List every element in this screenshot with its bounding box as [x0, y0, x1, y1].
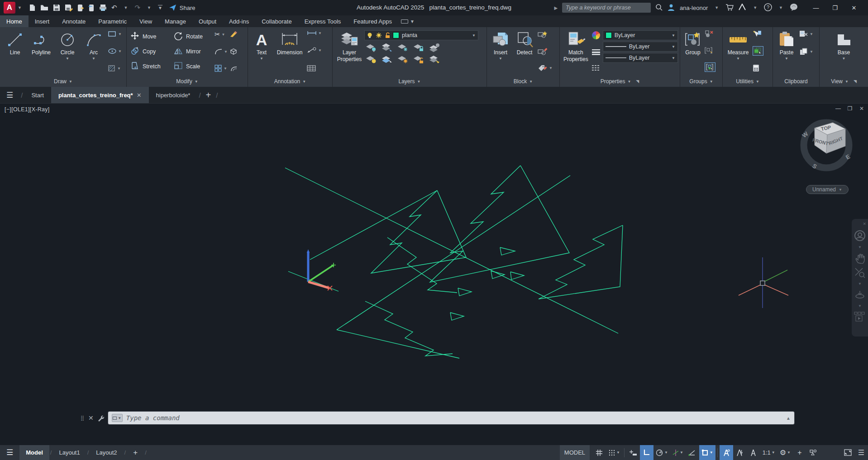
cart-icon[interactable] — [725, 4, 734, 12]
recent-commands-icon[interactable]: ▼ — [112, 414, 123, 422]
object-color-dropdown[interactable]: ByLayer ▼ — [603, 30, 678, 40]
model-space-toggle[interactable]: MODEL — [560, 445, 590, 460]
doc-restore-button[interactable]: ❐ — [846, 105, 854, 112]
tab-add-ins[interactable]: Add-ins — [223, 15, 255, 27]
layout-menu-icon[interactable]: ☰ — [0, 448, 19, 457]
redo-icon[interactable]: ↷ — [134, 4, 140, 12]
linetype-dropdown[interactable]: ByLayer ▼ — [603, 53, 678, 63]
copy-clip-button[interactable]: ▼ — [799, 48, 813, 55]
viewcube[interactable]: W S E TOP FRONT RIGHT Unnamed▼ — [796, 116, 858, 194]
command-customize-wrench-icon[interactable] — [97, 414, 105, 422]
customization-menu-icon[interactable]: ☰ — [854, 445, 868, 460]
file-tab-hiperboloide[interactable]: hiperboloide* — [149, 87, 198, 103]
stretch-button[interactable]: Stretch — [130, 62, 170, 71]
tab-express-tools[interactable]: Express Tools — [298, 15, 348, 27]
modify-panel-label[interactable]: Modify▼ — [127, 76, 248, 87]
insert-button[interactable]: Insert ▼ — [489, 28, 512, 61]
new-drawing-tab-button[interactable]: + — [202, 90, 215, 100]
linetype-icon[interactable] — [591, 65, 601, 71]
create-block-button[interactable] — [538, 30, 553, 38]
drawing-geometry[interactable] — [0, 104, 868, 446]
layer-dropdown[interactable]: planta ▼ — [364, 30, 478, 40]
layout1-tab[interactable]: Layout1 — [52, 445, 86, 460]
navigation-bar[interactable]: ✕ ▼ ▼ ▼ — [852, 219, 868, 337]
share-button[interactable]: Share — [169, 4, 196, 11]
open-from-mobile-icon[interactable] — [77, 4, 84, 12]
plot-icon[interactable] — [99, 4, 107, 11]
leader-button[interactable]: ▼ — [307, 47, 322, 53]
undo-caret-icon[interactable]: ▼ — [122, 5, 130, 10]
layer-lock-button[interactable] — [413, 43, 424, 52]
orbit-icon[interactable] — [854, 289, 865, 300]
doc-minimize-button[interactable]: — — [835, 105, 842, 112]
copy-button[interactable]: Copy — [130, 47, 170, 57]
arc-button[interactable]: Arc ▼ — [81, 28, 107, 61]
command-line-bar[interactable]: ⣿ ✕ ▼ Type a command ▲ — [81, 411, 794, 425]
groups-panel-label[interactable]: Groups▼ — [680, 76, 722, 87]
tab-view[interactable]: View — [133, 15, 158, 27]
layer-freeze-button[interactable] — [397, 43, 409, 52]
undo-icon[interactable]: ↶ — [111, 4, 117, 12]
autoscale-toggle[interactable] — [733, 445, 747, 460]
group-edit-button[interactable] — [705, 47, 715, 54]
tab-manage[interactable]: Manage — [158, 15, 192, 27]
lineweight-icon[interactable] — [591, 49, 601, 55]
line-button[interactable]: Line — [2, 28, 28, 56]
layer-match-button[interactable] — [429, 43, 440, 52]
save-as-icon[interactable] — [65, 4, 73, 11]
ungroup-button[interactable] — [705, 30, 715, 38]
layer-unisolate-button[interactable] — [381, 43, 393, 52]
base-button[interactable]: Base ▼ — [831, 28, 857, 61]
array-button[interactable]: ▼ — [215, 65, 228, 72]
table-button[interactable] — [307, 65, 322, 72]
layer-thaw-all-button[interactable] — [397, 55, 409, 64]
autodesk-logo-icon[interactable] — [738, 4, 746, 12]
show-motion-icon[interactable] — [854, 312, 866, 322]
utilities-panel-label[interactable]: Utilities▼ — [723, 76, 773, 87]
autodesk-caret-icon[interactable]: ▼ — [751, 5, 759, 10]
group-button[interactable]: Group — [682, 28, 704, 56]
annotation-visibility-toggle[interactable] — [720, 445, 733, 460]
polar-tracking-toggle[interactable]: ▼ — [653, 445, 670, 460]
tab-home[interactable]: Home — [0, 15, 29, 27]
block-panel-label[interactable]: Block▼ — [487, 76, 559, 87]
isometric-drafting-toggle[interactable]: ▼ — [670, 445, 686, 460]
restore-button[interactable]: ❐ — [825, 0, 844, 15]
layout2-tab[interactable]: Layout2 — [90, 445, 123, 460]
explode-button[interactable] — [229, 48, 238, 55]
trim-button[interactable]: ✂▼ — [215, 30, 228, 38]
viewport-controls[interactable]: [−][OLE1][X-Ray] — [5, 106, 50, 113]
redo-caret-icon[interactable]: ▼ — [145, 5, 153, 10]
search-expand-icon[interactable]: ▶ — [554, 5, 558, 10]
grid-toggle[interactable] — [592, 445, 606, 460]
ortho-toggle[interactable] — [640, 445, 653, 460]
command-close-icon[interactable]: ✕ — [88, 414, 94, 422]
measure-button[interactable]: Measure ▼ — [725, 28, 752, 61]
doc-close-button[interactable]: ✕ — [858, 105, 865, 112]
tab-annotate[interactable]: Annotate — [56, 15, 92, 27]
qat-customize-icon[interactable]: ▼ — [158, 5, 162, 10]
minimize-button[interactable]: — — [806, 0, 825, 15]
fillet-button[interactable]: ▼ — [215, 48, 228, 55]
snap-toggle[interactable]: ▼ — [606, 445, 622, 460]
match-properties-button[interactable]: Match Properties — [562, 28, 590, 63]
ellipse-button[interactable]: ▼ — [108, 48, 122, 54]
close-file-tab-icon[interactable]: ✕ — [137, 92, 142, 99]
rectangle-button[interactable]: ▼ — [108, 30, 122, 38]
layer-unlock-all-button[interactable] — [413, 55, 424, 64]
annotation-scale-value[interactable]: 1:1▼ — [760, 445, 777, 460]
tab-output[interactable]: Output — [192, 15, 223, 27]
help-caret-icon[interactable]: ▼ — [777, 5, 785, 10]
workspace-switching-gear[interactable]: ⚙▼ — [777, 445, 793, 460]
paste-button[interactable]: Paste ▼ — [775, 28, 798, 61]
file-tabs-menu-icon[interactable]: ☰ — [0, 90, 19, 100]
layer-isolate-button[interactable] — [365, 43, 377, 52]
annotation-panel-label[interactable]: Annotation▼ — [248, 76, 332, 87]
edit-attributes-button[interactable]: ▼ — [538, 64, 553, 72]
file-tab-start[interactable]: Start — [24, 87, 51, 103]
help-icon[interactable]: ? — [764, 3, 772, 13]
lineweight-dropdown[interactable]: ByLayer ▼ — [603, 42, 678, 52]
save-to-mobile-icon[interactable] — [88, 4, 95, 12]
dimension-button[interactable]: Dimension — [273, 28, 306, 56]
hatch-button[interactable]: ▼ — [108, 65, 122, 72]
